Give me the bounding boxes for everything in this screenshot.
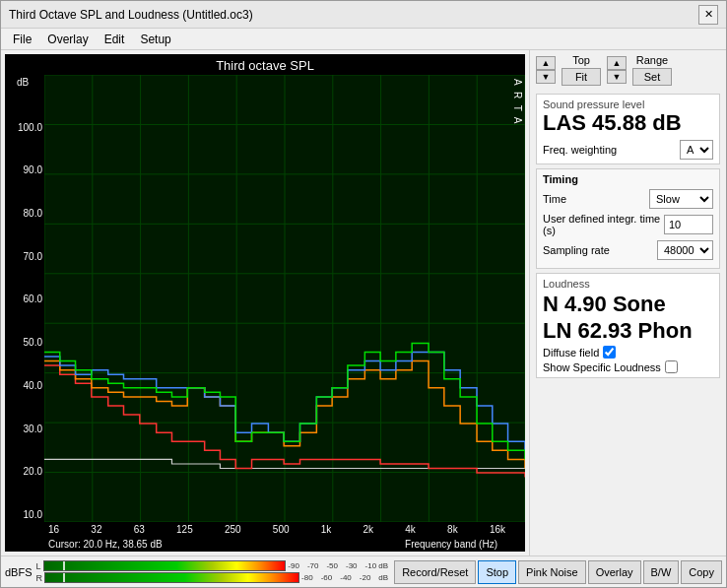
level-tick-70: -70 <box>307 561 319 570</box>
set-button[interactable]: Set <box>632 68 672 86</box>
n-value: N 4.90 Sone <box>543 292 713 317</box>
x-label-4k: 4k <box>405 524 416 535</box>
pink-noise-button[interactable]: Pink Noise <box>518 560 586 584</box>
sampling-rate-row: Sampling rate 44100 48000 96000 <box>543 240 713 260</box>
overlay-button[interactable]: Overlay <box>588 560 641 584</box>
record-reset-button[interactable]: Record/Reset <box>394 560 476 584</box>
fit-button[interactable]: Fit <box>562 68 601 86</box>
y-label-30: 30.0 <box>24 425 42 434</box>
sampling-rate-label: Sampling rate <box>543 244 610 256</box>
level-tick-10: -10 dB <box>365 561 389 570</box>
range-up-button[interactable]: ▲ <box>607 56 627 70</box>
range-label: Range <box>636 54 668 66</box>
level-tick-db: dB <box>378 573 388 582</box>
x-label-1k: 1k <box>321 524 332 535</box>
level-tick-r60: -60 <box>321 573 333 582</box>
top-label: Top <box>572 54 590 66</box>
spl-value: LAS 45.88 dB <box>543 110 713 136</box>
y-label-20: 20.0 <box>24 467 42 477</box>
x-unit-area: Cursor: 20.0 Hz, 38.65 dB Frequency band… <box>5 539 525 552</box>
bw-button[interactable]: B/W <box>643 560 680 584</box>
y-label-70: 70.0 <box>24 252 42 262</box>
x-label-8k: 8k <box>447 524 458 535</box>
copy-button[interactable]: Copy <box>681 560 722 584</box>
chart-canvas[interactable] <box>44 75 525 522</box>
loudness-section: Loudness N 4.90 Sone LN 62.93 Phon Diffu… <box>536 273 720 378</box>
timing-section: Timing Time Fast Slow Impulse Leq User d… <box>536 168 720 269</box>
show-specific-row: Show Specific Loudness <box>543 360 713 373</box>
y-label-90: 90.0 <box>24 165 42 175</box>
menu-bar: File Overlay Edit Setup <box>1 29 726 50</box>
top-spin-group: ▲ ▼ <box>536 56 556 84</box>
timing-title: Timing <box>543 173 713 185</box>
ln-value: LN 62.93 Phon <box>543 318 713 344</box>
level-tick-r80: -80 <box>301 573 313 582</box>
user-defined-row: User defined integr. time (s) <box>543 213 713 236</box>
chart-canvas-wrapper: A R T A <box>44 75 525 522</box>
dbfs-label: dBFS <box>5 566 33 578</box>
time-label: Time <box>543 193 566 205</box>
y-axis: dB 100.0 90.0 80.0 70.0 60.0 50.0 40.0 3… <box>5 75 44 522</box>
level-tick-r40: -40 <box>340 573 352 582</box>
loudness-label: Loudness <box>543 278 713 290</box>
freq-unit: Frequency band (Hz) <box>405 539 501 550</box>
close-button[interactable]: ✕ <box>698 5 718 25</box>
level-bar-area: L -90 -70 -50 -30 -10 dB R -80 <box>36 560 389 583</box>
freq-weighting-select[interactable]: A C Z <box>680 140 713 160</box>
user-defined-label: User defined integr. time (s) <box>543 213 664 236</box>
sampling-rate-select[interactable]: 44100 48000 96000 <box>657 240 713 260</box>
spl-section-label: Sound pressure level <box>543 98 713 110</box>
menu-setup[interactable]: Setup <box>132 32 178 47</box>
y-label-80: 80.0 <box>24 209 42 219</box>
time-row: Time Fast Slow Impulse Leq <box>543 189 713 209</box>
y-label-40: 40.0 <box>24 381 42 391</box>
time-select[interactable]: Fast Slow Impulse Leq <box>649 189 713 209</box>
main-window: Third Octave SPL and Loudness (Untitled.… <box>0 0 727 588</box>
cursor-info: Cursor: 20.0 Hz, 38.65 dB <box>44 539 163 550</box>
x-label-125: 125 <box>176 524 193 535</box>
chart-title: Third octave SPL <box>5 54 525 75</box>
y-unit: dB <box>3 77 42 90</box>
right-panel: ▲ ▼ Top Fit ▲ ▼ Range Set Sound press <box>529 50 726 555</box>
menu-edit[interactable]: Edit <box>97 32 133 47</box>
main-content: Third octave SPL dB 100.0 90.0 80.0 70.0… <box>1 50 726 555</box>
range-spin-group: ▲ ▼ <box>607 56 627 84</box>
x-label-500: 500 <box>273 524 290 535</box>
bottom-buttons: Record/Reset Stop Pink Noise Overlay B/W… <box>394 560 722 584</box>
show-specific-label: Show Specific Loudness <box>543 361 661 373</box>
diffuse-field-checkbox[interactable] <box>603 346 616 359</box>
diffuse-field-row: Diffuse field <box>543 346 713 359</box>
arta-label: A R T A <box>512 79 523 126</box>
stop-button[interactable]: Stop <box>478 560 516 584</box>
level-tick-r20: -20 <box>360 573 371 582</box>
x-label-16: 16 <box>48 524 59 535</box>
window-title: Third Octave SPL and Loudness (Untitled.… <box>9 8 253 22</box>
level-tick-30: -30 <box>346 561 358 570</box>
x-label-63: 63 <box>134 524 145 535</box>
y-label-60: 60.0 <box>24 294 42 304</box>
menu-overlay[interactable]: Overlay <box>39 32 96 47</box>
x-axis-area: 16 32 63 125 250 500 1k 2k 4k 8k 16k <box>5 522 525 539</box>
range-down-button[interactable]: ▼ <box>607 70 627 84</box>
diffuse-field-label: Diffuse field <box>543 347 599 359</box>
show-specific-checkbox[interactable] <box>665 360 678 373</box>
menu-file[interactable]: File <box>5 32 39 47</box>
y-label-100: 100.0 <box>18 123 42 133</box>
freq-weighting-label: Freq. weighting <box>543 144 617 156</box>
x-label-32: 32 <box>91 524 101 535</box>
top-up-button[interactable]: ▲ <box>536 56 556 70</box>
x-label-2k: 2k <box>364 524 374 535</box>
user-defined-input[interactable] <box>664 215 713 234</box>
freq-weight-row: Freq. weighting A C Z <box>543 140 713 160</box>
title-bar: Third Octave SPL and Loudness (Untitled.… <box>1 1 726 29</box>
y-label-10: 10.0 <box>24 510 42 520</box>
top-down-button[interactable]: ▼ <box>536 70 556 84</box>
x-label-250: 250 <box>225 524 241 535</box>
chart-area: Third octave SPL dB 100.0 90.0 80.0 70.0… <box>5 54 525 552</box>
x-label-16k: 16k <box>490 524 505 535</box>
chart-with-yaxis: dB 100.0 90.0 80.0 70.0 60.0 50.0 40.0 3… <box>5 75 525 522</box>
range-btn-group: Range Set <box>632 54 672 86</box>
level-tick-50: -50 <box>326 561 338 570</box>
top-btn-group: Top Fit <box>562 54 601 86</box>
x-labels: 16 32 63 125 250 500 1k 2k 4k 8k 16k <box>44 522 525 537</box>
